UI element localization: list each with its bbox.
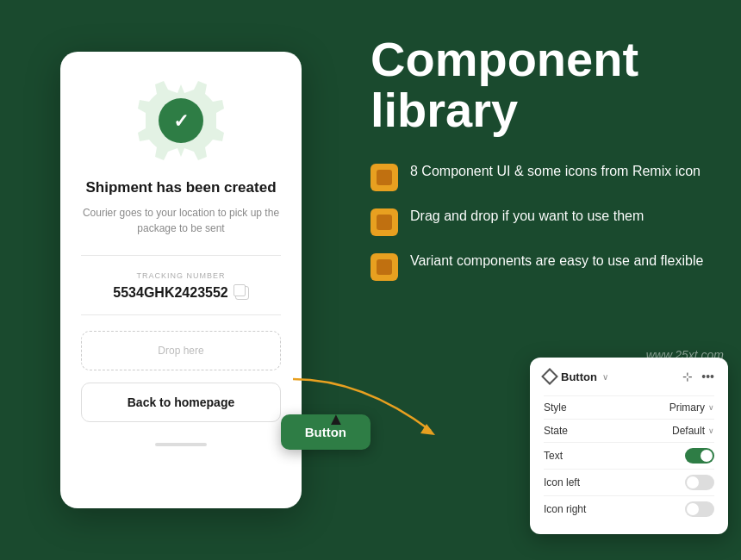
card-bottom-bar [155,443,207,446]
right-panel: Component library 8 Component UI & some … [362,0,741,560]
style-value[interactable]: Primary ∨ [669,401,714,414]
more-icon[interactable]: ••• [701,370,714,383]
tracking-number: 5534GHK2423552 [113,285,227,301]
feature-text-1: 8 Component UI & some icons from Remix i… [410,162,701,181]
move-icon[interactable]: ⊹ [682,370,693,383]
feature-icon-2 [370,208,398,236]
props-header: Button ∨ ⊹ ••• [544,370,714,383]
icon-right-toggle-thumb [687,503,699,515]
success-icon-wrapper: ✓ [138,78,224,164]
cursor-icon: ▲ [327,409,345,429]
feature-text-2: Drag and drop if you want to use them [410,207,644,226]
tracking-label: TRACKING NUMBER [81,271,281,280]
diamond-icon [541,368,558,385]
state-dropdown-arrow: ∨ [708,426,714,435]
text-label: Text [544,450,563,462]
props-actions: ⊹ ••• [682,370,714,383]
back-to-homepage-button[interactable]: Back to homepage [81,383,281,422]
icon-right-toggle[interactable] [685,501,714,517]
copy-icon[interactable] [235,286,249,300]
features-list: 8 Component UI & some icons from Remix i… [370,162,715,281]
back-button-label: Back to homepage [128,395,234,409]
feature-icon-inner-3 [377,259,392,275]
icon-right-label: Icon right [544,503,586,515]
icon-left-label: Icon left [544,476,580,488]
text-toggle[interactable] [685,448,714,464]
props-row-text: Text [544,442,714,469]
title-line2: library [370,83,518,137]
phone-card: ✓ Shipment has been created Courier goes… [60,52,302,508]
drop-zone-text: Drop here [158,345,203,357]
card-subtitle: Courier goes to your location to pick up… [81,205,281,236]
divider-2 [81,314,281,315]
icon-left-toggle-thumb [687,476,699,488]
feature-icon-inner-1 [377,170,392,185]
feature-icon-1 [370,164,398,191]
title-line1: Component [370,32,638,86]
props-row-icon-left: Icon left [544,469,714,495]
state-value-text: Default [672,425,705,437]
divider [81,255,281,256]
props-row-style: Style Primary ∨ [544,395,714,419]
feature-icon-inner-2 [377,215,392,230]
props-title-row: Button ∨ [544,370,608,383]
properties-panel: Button ∨ ⊹ ••• Style Primary ∨ State Def… [530,358,728,534]
props-chevron: ∨ [602,372,608,382]
drop-zone[interactable]: Drop here [81,331,281,370]
feature-icon-3 [370,253,398,281]
text-toggle-thumb [701,450,713,462]
state-value[interactable]: Default ∨ [672,425,714,437]
left-panel: ✓ Shipment has been created Courier goes… [0,0,362,560]
props-row-icon-right: Icon right [544,495,714,522]
tracking-section: TRACKING NUMBER 5534GHK2423552 [81,271,281,301]
feature-text-3: Variant components are easy to use and f… [410,252,703,271]
feature-item-2: Drag and drop if you want to use them [370,207,715,236]
style-dropdown-arrow: ∨ [708,403,714,412]
style-label: Style [544,401,567,414]
main-title: Component library [370,34,715,136]
svg-text:✓: ✓ [173,110,189,132]
state-label: State [544,425,568,437]
props-title: Button [561,370,597,383]
props-row-state: State Default ∨ [544,419,714,442]
feature-item-1: 8 Component UI & some icons from Remix i… [370,162,715,191]
gear-icon: ✓ [138,78,224,164]
tracking-number-row: 5534GHK2423552 [81,285,281,301]
icon-left-toggle[interactable] [685,475,714,490]
feature-item-3: Variant components are easy to use and f… [370,252,715,281]
card-title: Shipment has been created [85,179,276,196]
style-value-text: Primary [669,401,705,414]
